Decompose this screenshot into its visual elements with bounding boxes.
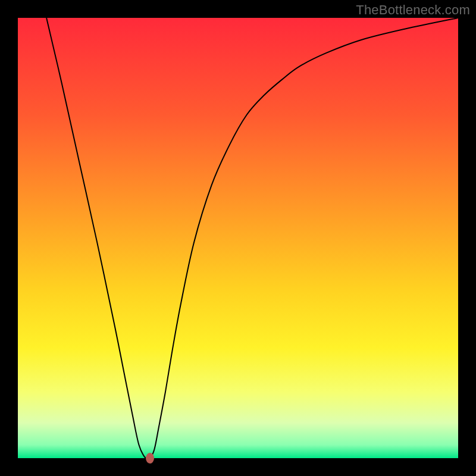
- chart-frame: TheBottleneck.com: [0, 0, 476, 476]
- optimum-marker: [146, 453, 154, 464]
- bottleneck-chart: [0, 0, 476, 476]
- plot-background: [18, 18, 458, 458]
